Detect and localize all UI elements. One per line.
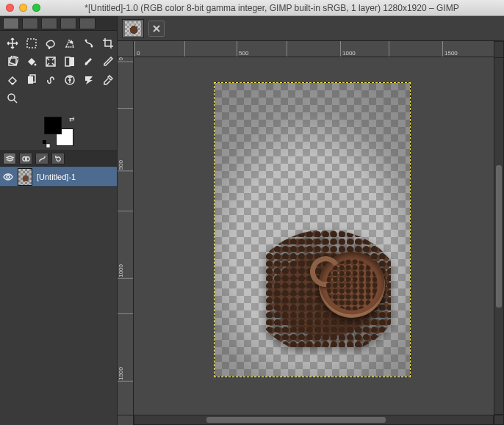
svg-rect-9 bbox=[11, 83, 14, 84]
traffic-lights bbox=[6, 4, 40, 12]
ruler-tick: 500 bbox=[118, 160, 133, 171]
close-window-button[interactable] bbox=[6, 4, 14, 12]
zoom-icon[interactable] bbox=[4, 90, 21, 106]
layers-dock-tabs bbox=[0, 150, 117, 167]
svg-point-17 bbox=[25, 156, 29, 161]
canvas-viewport[interactable] bbox=[134, 57, 494, 415]
ruler-tick bbox=[184, 41, 187, 57]
ruler-tick bbox=[118, 313, 133, 314]
layer-row[interactable]: [Untitled]-1 bbox=[0, 167, 117, 187]
canvas-navigation-button[interactable] bbox=[494, 415, 504, 425]
eye-icon[interactable] bbox=[3, 172, 13, 182]
ruler-tick bbox=[389, 41, 391, 57]
svg-rect-0 bbox=[27, 39, 36, 48]
color-swatches: ⇄ bbox=[0, 112, 117, 150]
svg-point-18 bbox=[7, 175, 10, 178]
paintbrush-icon[interactable] bbox=[81, 54, 97, 70]
smudge-icon[interactable] bbox=[43, 72, 59, 88]
ruler-tick: 1500 bbox=[442, 41, 458, 57]
clone-icon[interactable] bbox=[24, 72, 40, 88]
layer-thumbnail bbox=[18, 168, 32, 186]
window-title: *[Untitled]-1.0 (RGB color 8-bit gamma i… bbox=[46, 3, 498, 13]
vertical-scrollbar-thumb[interactable] bbox=[496, 165, 502, 308]
eraser-icon[interactable] bbox=[4, 72, 21, 88]
free-select-icon[interactable] bbox=[43, 35, 59, 51]
gradient-icon[interactable] bbox=[62, 54, 78, 70]
horizontal-scrollbar-thumb[interactable] bbox=[206, 417, 386, 423]
toolbox-shelf-tab-1[interactable] bbox=[3, 18, 19, 29]
image-canvas[interactable] bbox=[215, 83, 410, 377]
layers-tab[interactable] bbox=[3, 153, 16, 164]
ruler-tick: 500 bbox=[237, 41, 248, 57]
image-content-subject bbox=[266, 222, 391, 347]
minimize-window-button[interactable] bbox=[19, 4, 27, 12]
canvas-pane: 050010001500 050010001500 bbox=[118, 16, 504, 425]
svg-rect-14 bbox=[43, 140, 46, 144]
foreground-color-swatch[interactable] bbox=[44, 117, 62, 134]
toolbox-shelf-tab-3[interactable] bbox=[41, 18, 57, 29]
move-tool-icon[interactable] bbox=[4, 35, 21, 51]
toolbox bbox=[0, 31, 117, 109]
svg-point-5 bbox=[35, 64, 37, 66]
ruler-origin-toggle[interactable] bbox=[118, 41, 134, 57]
document-tabs bbox=[118, 16, 504, 41]
ruler-tick: 1500 bbox=[118, 367, 133, 382]
ruler-v-bottom-cap bbox=[118, 415, 134, 425]
ruler-tick bbox=[118, 107, 133, 109]
heal-icon[interactable] bbox=[62, 72, 78, 88]
paths-icon[interactable] bbox=[81, 35, 97, 51]
close-document-button[interactable] bbox=[148, 21, 165, 37]
toolbox-shelf-tab-5[interactable] bbox=[79, 18, 96, 29]
rectangle-select-icon[interactable] bbox=[24, 35, 40, 51]
channels-tab[interactable] bbox=[19, 153, 32, 164]
document-tab-thumbnail bbox=[125, 21, 141, 36]
warp-icon[interactable] bbox=[43, 54, 59, 70]
ruler-tick bbox=[287, 41, 289, 57]
scrollbar-v-top-cap bbox=[494, 41, 504, 57]
unified-transform-icon[interactable] bbox=[4, 54, 21, 70]
ruler-tick: 1000 bbox=[340, 41, 356, 57]
vertical-scrollbar[interactable] bbox=[494, 57, 504, 415]
swap-colors-icon[interactable]: ⇄ bbox=[69, 115, 75, 123]
vertical-ruler[interactable]: 050010001500 bbox=[118, 57, 134, 415]
layer-name-label[interactable]: [Untitled]-1 bbox=[37, 172, 76, 181]
crop-icon[interactable] bbox=[100, 35, 116, 51]
toolbox-shelf-tabs bbox=[0, 16, 117, 31]
fuzzy-select-icon[interactable] bbox=[62, 35, 78, 51]
ruler-tick bbox=[118, 210, 133, 211]
image-content-vignette bbox=[215, 83, 410, 377]
color-picker-icon[interactable] bbox=[100, 72, 116, 88]
svg-rect-8 bbox=[65, 57, 70, 66]
toolbox-shelf-tab-4[interactable] bbox=[60, 18, 76, 29]
pencil-icon[interactable] bbox=[100, 54, 116, 70]
paths-tab[interactable] bbox=[35, 153, 48, 164]
ruler-tick: 0 bbox=[134, 41, 140, 57]
undo-history-tab[interactable] bbox=[51, 153, 65, 164]
toolbox-shelf-tab-2[interactable] bbox=[22, 18, 38, 29]
horizontal-ruler[interactable]: 050010001500 bbox=[134, 41, 494, 57]
zoom-window-button[interactable] bbox=[32, 4, 40, 12]
window-titlebar: *[Untitled]-1.0 (RGB color 8-bit gamma i… bbox=[0, 0, 504, 16]
ruler-tick: 0 bbox=[118, 57, 133, 62]
svg-rect-4 bbox=[10, 56, 18, 65]
document-tab-1[interactable] bbox=[122, 19, 144, 38]
svg-rect-15 bbox=[46, 144, 50, 148]
left-dock: ⇄ [Untitled]-1 bbox=[0, 16, 118, 425]
svg-point-13 bbox=[8, 94, 15, 101]
reset-colors-icon[interactable] bbox=[43, 140, 50, 148]
layers-panel: [Untitled]-1 bbox=[0, 167, 117, 425]
text-icon[interactable] bbox=[81, 72, 97, 88]
bucket-fill-icon[interactable] bbox=[24, 54, 40, 70]
horizontal-scrollbar[interactable] bbox=[134, 415, 494, 425]
ruler-tick: 1000 bbox=[118, 264, 133, 279]
